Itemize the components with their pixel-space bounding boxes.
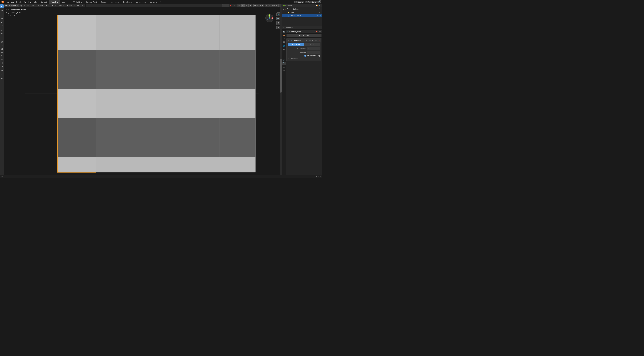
viewport-canvas-area[interactable]: Front Orthographic (Local) (157) Combat_… — [4, 8, 282, 178]
prop-physics-icon[interactable]: ⚛ — [282, 55, 286, 58]
select-icon-collection[interactable]: ● — [320, 12, 322, 13]
tool-annotate[interactable]: ✏ — [0, 29, 4, 32]
select-icon-scene[interactable]: ● — [320, 8, 322, 10]
prop-world-icon[interactable]: 🌐 — [282, 44, 286, 47]
add-workspace-tab[interactable]: + — [159, 1, 162, 3]
search-button[interactable]: 🔍 — [318, 0, 322, 3]
prop-object-icon[interactable]: ▣ — [282, 48, 286, 51]
tab-rendering[interactable]: Rendering — [122, 0, 134, 4]
tab-texture-paint[interactable]: Texture Paint — [84, 0, 98, 4]
select-icon-obj[interactable]: ● — [318, 15, 319, 17]
prop-view-layer-icon[interactable]: 👁 — [282, 37, 286, 40]
levels-viewport-up[interactable]: ▲ — [318, 47, 319, 49]
tool-extrude[interactable]: ⬆ — [0, 37, 4, 40]
mod-render-btn[interactable]: 📷 — [308, 39, 311, 42]
tool-edge-slide[interactable]: ⊣ — [0, 61, 4, 65]
tab-compositing[interactable]: Compositing — [134, 0, 148, 4]
wireframe-btn[interactable]: ⊡ — [237, 4, 241, 7]
tool-rotate[interactable]: ↻ — [0, 17, 4, 20]
transform-space-dropdown[interactable]: Global — [222, 4, 230, 7]
solid-btn[interactable]: ● — [241, 4, 245, 7]
levels-viewport-down[interactable]: ▼ — [318, 49, 319, 50]
tab-modeling[interactable]: Modeling — [49, 0, 60, 4]
tool-shrink-fatten[interactable]: ⊡ — [0, 65, 4, 68]
add-modifier-button[interactable]: Add Modifier — [287, 34, 321, 37]
mod-edit-btn[interactable]: ▣ — [311, 39, 314, 42]
tab-shading[interactable]: Shading — [99, 0, 109, 4]
tool-shear[interactable]: ⧋ — [0, 68, 4, 72]
menu-edit[interactable]: Edit — [10, 1, 15, 3]
catmull-clark-tab[interactable]: Catmull-Clark — [288, 43, 304, 46]
rendered-btn[interactable]: ☀ — [249, 4, 252, 7]
overlay-btn[interactable]: Overlays ▼ — [254, 4, 264, 7]
levels-viewport-value[interactable]: 2 ▲ ▼ — [307, 47, 320, 50]
tab-sculpting[interactable]: Sculpting — [60, 0, 71, 4]
vp-menu-uv[interactable]: UV — [80, 4, 86, 7]
menu-file[interactable]: File — [5, 1, 10, 3]
tool-select[interactable]: ▶ — [0, 4, 4, 8]
prop-data-icon[interactable]: △ — [282, 65, 286, 69]
outliner-filter[interactable]: 🔽 — [315, 4, 318, 7]
prop-constraints-icon[interactable]: 🔗 — [282, 58, 286, 62]
vp-menu-face[interactable]: Face — [73, 4, 80, 7]
menu-help[interactable]: Help — [32, 1, 38, 3]
edge-select-btn[interactable]: ⊟ — [23, 4, 26, 7]
mod-realtime-btn[interactable]: 👁 — [305, 39, 308, 42]
snap-toggle[interactable]: 🧲 — [230, 4, 233, 7]
outliner-scene-collection[interactable]: ▼ ⊞ Scene Collection 👁 ● — [282, 8, 322, 11]
axis-gizmo[interactable]: X Y — [265, 14, 274, 23]
vp-menu-view[interactable]: View — [30, 4, 36, 7]
edit-mode-dropdown[interactable]: ▣ Edit Mode ▼ — [4, 4, 19, 7]
eye-icon-collection[interactable]: 👁 — [319, 12, 320, 13]
gizmo-camera-persp[interactable]: 📷 — [276, 13, 280, 16]
outliner-search[interactable]: 🔍 — [318, 4, 322, 7]
options-btn[interactable]: Options ▼ — [268, 4, 278, 7]
prop-output-icon[interactable]: 📤 — [282, 34, 286, 37]
tool-knife[interactable]: ✂ — [0, 73, 4, 76]
mod-delete-btn[interactable]: ✕ — [318, 39, 320, 42]
material-btn[interactable]: ◈ — [245, 4, 248, 7]
simple-tab[interactable]: Simple — [304, 43, 320, 46]
vp-menu-select[interactable]: Select — [36, 4, 44, 7]
tab-animation[interactable]: Animation — [109, 0, 121, 4]
mod-visibility-toggle[interactable]: ○ — [287, 39, 290, 42]
menu-window[interactable]: Window — [23, 1, 32, 3]
tool-spin[interactable]: ⟳ — [0, 54, 4, 58]
tool-cursor[interactable]: ⊕ — [0, 9, 4, 12]
tool-move[interactable]: ✥ — [0, 14, 4, 17]
scrollbar-thumb-v[interactable] — [280, 59, 282, 93]
tab-scripting[interactable]: Scripting — [148, 0, 159, 4]
tool-inset[interactable]: ◎ — [0, 40, 4, 44]
tool-bisect[interactable]: ⊘ — [0, 76, 4, 80]
tool-loopcut[interactable]: ⊞ — [0, 47, 4, 51]
tab-uv-editing[interactable]: UV Editing — [72, 0, 84, 4]
prop-scene-icon[interactable]: 🎬 — [282, 41, 286, 44]
pin-icon[interactable]: 📌 — [315, 30, 318, 33]
tool-polybuild[interactable]: ◈ — [0, 51, 4, 54]
menu-render[interactable]: Render — [15, 1, 23, 3]
tab-layout[interactable]: Layout — [40, 0, 49, 4]
vp-menu-vertex[interactable]: Vertex — [58, 4, 66, 7]
link-icon-obj[interactable]: 🔗 — [320, 15, 322, 17]
prop-material-icon[interactable]: ◈ — [282, 69, 286, 72]
vertex-select-btn[interactable]: ⬤ — [20, 4, 23, 7]
outliner-combat-knife[interactable]: ▣ Combat_knife 👁 ● 🔗 — [282, 14, 322, 18]
advanced-section-toggle[interactable]: ▶ Advanced — [288, 57, 320, 60]
scrollbar-vertical[interactable] — [280, 8, 282, 178]
eye-icon-obj[interactable]: 👁 — [316, 15, 318, 17]
gizmo-zoom[interactable]: 🔍 — [276, 17, 280, 21]
edit-icon[interactable]: ✏ — [319, 30, 321, 33]
prop-render-icon[interactable]: 📸 — [282, 30, 286, 33]
tool-measure[interactable]: ⇔ — [0, 32, 4, 36]
mod-cage-btn[interactable]: ⬡ — [314, 39, 317, 42]
proportional-edit[interactable]: ⊚ — [233, 4, 236, 7]
tool-bevel[interactable]: ⬡ — [0, 44, 4, 47]
gizmo-btn[interactable]: ⊞ — [264, 4, 268, 7]
view-layer-selector[interactable]: 👁 View Layer — [305, 1, 318, 3]
eye-icon-scene[interactable]: 👁 — [319, 8, 320, 10]
levels-render-value[interactable]: 2 ▲ ▼ — [307, 51, 320, 54]
outliner-collection[interactable]: ▼ 📁 Collection 👁 ● — [282, 11, 322, 14]
gizmo-grid[interactable]: ⊞ — [276, 26, 280, 29]
optimal-display-checkbox[interactable]: ✓ — [304, 55, 306, 57]
prop-modifier-icon[interactable]: 🔧 — [282, 62, 286, 65]
